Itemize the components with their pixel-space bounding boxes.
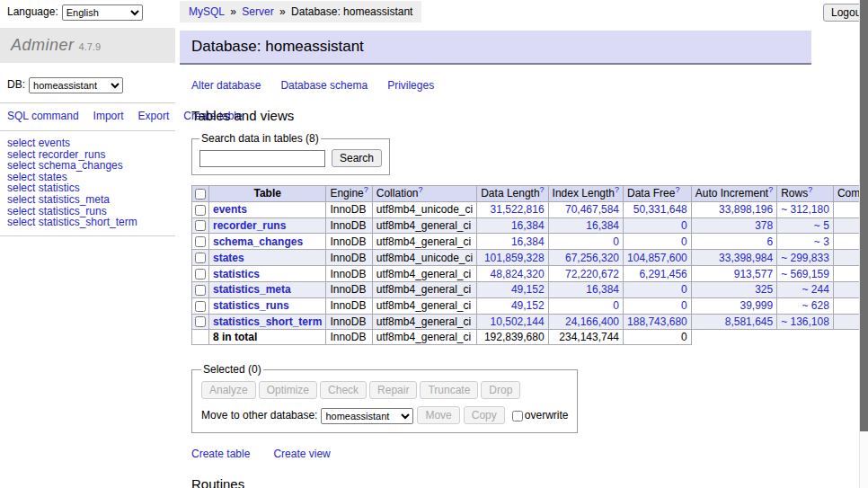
table-link-schema_changes[interactable]: schema_changes (213, 235, 303, 248)
data-length-value[interactable]: 16,384 (511, 219, 545, 232)
help-link[interactable]: ? (768, 185, 773, 194)
data-free-value[interactable]: 104,857,600 (627, 252, 687, 264)
language-select[interactable]: English (62, 4, 143, 21)
row-checkbox-statistics[interactable] (195, 269, 206, 279)
table-link-events[interactable]: events (213, 203, 247, 216)
sidebar-select-statistics-short-term[interactable]: select statistics_short_term (7, 217, 168, 228)
data-length-cell: 16,384 (477, 217, 548, 234)
auto-increment-value[interactable]: 6 (766, 235, 773, 248)
table-link-statistics_meta[interactable]: statistics_meta (213, 283, 291, 296)
db-link-alter-database[interactable]: Alter database (191, 79, 261, 92)
auto-increment-value[interactable]: 33,398,984 (719, 252, 773, 264)
rows-value[interactable]: ~ 569,159 (781, 268, 829, 280)
data-length-value[interactable]: 48,824,320 (491, 268, 545, 280)
column-header-label: Collation (376, 187, 419, 200)
data-free-value[interactable]: 0 (681, 219, 687, 232)
help-link[interactable]: ? (675, 185, 679, 194)
overwrite-checkbox[interactable] (512, 411, 523, 421)
search-input[interactable] (199, 150, 325, 167)
auto-increment-value[interactable]: 325 (755, 283, 773, 296)
data-free-value[interactable]: 188,743,680 (627, 315, 687, 328)
index-length-value[interactable]: 72,220,672 (565, 268, 619, 280)
help-link[interactable]: ? (418, 185, 422, 194)
data-length-value[interactable]: 101,859,328 (484, 252, 545, 264)
link-create-view[interactable]: Create view (273, 448, 330, 460)
sidebar-select-statistics-meta[interactable]: select statistics_meta (7, 194, 168, 206)
help-link[interactable]: ? (615, 185, 619, 194)
row-checkbox-schema_changes[interactable] (195, 236, 206, 247)
breadcrumb-link-server[interactable]: Server (242, 5, 273, 18)
index-length-value[interactable]: 0 (613, 299, 619, 312)
help-link[interactable]: ? (540, 185, 545, 194)
row-checkbox-statistics_short_term[interactable] (195, 316, 206, 327)
move-button[interactable]: Move (417, 406, 459, 424)
table-link-statistics_short_term[interactable]: statistics_short_term (213, 315, 322, 328)
search-button[interactable]: Search (332, 149, 382, 167)
sidebar-action-sql-command[interactable]: SQL command (7, 110, 79, 122)
auto-increment-value[interactable]: 33,898,196 (719, 203, 773, 216)
rows-value[interactable]: ~ 244 (802, 283, 829, 296)
rows-value[interactable]: ~ 3 (814, 235, 829, 248)
repair-button[interactable]: Repair (369, 381, 417, 399)
index-length-value[interactable]: 16,384 (586, 283, 619, 296)
link-create-table[interactable]: Create table (191, 448, 250, 460)
breadcrumb-link-mysql[interactable]: MySQL (189, 5, 225, 18)
help-link[interactable]: ? (364, 185, 368, 194)
move-db-select[interactable]: homeassistant (321, 408, 413, 424)
data-length-value[interactable]: 31,522,816 (491, 203, 545, 216)
table-link-states[interactable]: states (213, 252, 244, 264)
index-length-value[interactable]: 16,384 (586, 219, 619, 232)
selected-fieldset: Selected (0) AnalyzeOptimizeCheckRepairT… (191, 363, 578, 433)
rows-value[interactable]: ~ 136,108 (781, 315, 829, 328)
data-free-value[interactable]: 0 (681, 299, 687, 312)
sidebar-select-schema-changes[interactable]: select schema_changes (7, 160, 168, 172)
select-all-checkbox[interactable] (195, 189, 206, 200)
analyze-button[interactable]: Analyze (201, 381, 256, 399)
row-checkbox-statistics_meta[interactable] (195, 285, 206, 296)
db-link-privileges[interactable]: Privileges (387, 79, 434, 92)
data-free-value[interactable]: 0 (681, 283, 687, 296)
overwrite-option[interactable]: overwrite (512, 409, 569, 421)
row-checkbox-statistics_runs[interactable] (195, 301, 206, 312)
auto-increment-value[interactable]: 39,999 (740, 299, 773, 312)
auto-increment-value[interactable]: 378 (755, 219, 773, 232)
row-checkbox-events[interactable] (195, 205, 206, 216)
data-length-value[interactable]: 10,502,144 (491, 315, 545, 328)
index-length-value[interactable]: 67,256,320 (565, 252, 619, 264)
row-checkbox-states[interactable] (195, 253, 206, 263)
table-link-statistics_runs[interactable]: statistics_runs (213, 299, 289, 312)
row-checkbox-cell (192, 297, 209, 314)
row-checkbox-recorder_runs[interactable] (195, 220, 206, 231)
data-free-value[interactable]: 50,331,648 (633, 203, 687, 216)
optimize-button[interactable]: Optimize (259, 381, 317, 399)
rows-value[interactable]: ~ 312,180 (781, 203, 829, 216)
table-link-recorder_runs[interactable]: recorder_runs (213, 219, 286, 232)
data-free-value[interactable]: 0 (681, 235, 687, 248)
data-length-value[interactable]: 16,384 (511, 235, 545, 248)
index-length-value[interactable]: 70,467,584 (565, 203, 619, 216)
sidebar-select-events[interactable]: select events (7, 138, 168, 149)
auto-increment-value[interactable]: 8,581,645 (725, 315, 773, 328)
scrollbar-thumb[interactable] (860, 0, 868, 431)
sidebar-action-export[interactable]: Export (138, 110, 170, 122)
db-select[interactable]: homeassistant (29, 77, 123, 93)
db-link-database-schema[interactable]: Database schema (280, 79, 368, 92)
rows-value[interactable]: ~ 299,833 (781, 252, 829, 264)
data-length-value[interactable]: 49,152 (511, 283, 545, 296)
index-length-value[interactable]: 0 (613, 235, 619, 248)
vertical-scrollbar[interactable] (859, 0, 868, 488)
auto-increment-value[interactable]: 913,577 (734, 268, 773, 280)
index-length-value[interactable]: 24,166,400 (565, 315, 619, 328)
check-button[interactable]: Check (320, 381, 367, 399)
rows-value[interactable]: ~ 5 (814, 219, 829, 232)
rows-value[interactable]: ~ 628 (802, 299, 829, 312)
drop-button[interactable]: Drop (481, 381, 520, 399)
rows-cell: ~ 244 (777, 281, 834, 297)
truncate-button[interactable]: Truncate (420, 381, 478, 399)
table-link-statistics[interactable]: statistics (213, 268, 260, 280)
sidebar-action-import[interactable]: Import (93, 110, 124, 122)
copy-button[interactable]: Copy (464, 406, 505, 424)
data-length-value[interactable]: 49,152 (511, 299, 545, 312)
help-link[interactable]: ? (808, 185, 812, 194)
data-free-value[interactable]: 6,291,456 (639, 268, 686, 280)
